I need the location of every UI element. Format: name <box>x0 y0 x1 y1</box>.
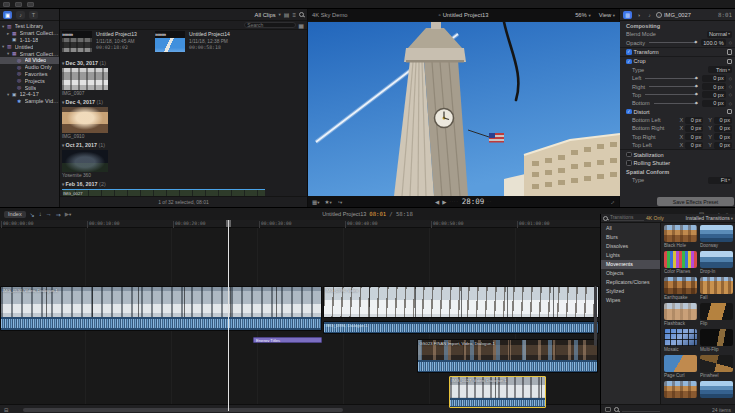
photos-audio-tab-icon[interactable]: ♪ <box>16 11 25 19</box>
transition-thumbnail[interactable] <box>664 303 697 320</box>
filmstrip-view-icon[interactable]: ▤ <box>284 11 290 18</box>
transition-doorway[interactable]: Doorway <box>700 225 733 248</box>
video-inspector-tab-icon[interactable]: ▥ <box>623 11 632 19</box>
transitions-search-icon[interactable] <box>603 216 608 221</box>
transition-thumbnail[interactable] <box>700 381 733 398</box>
overwrite-clip-icon[interactable]: ⇒ <box>56 211 61 218</box>
y-value[interactable]: 0 px <box>714 142 732 149</box>
transition-multi-flip[interactable]: Multi-Flip <box>700 329 733 352</box>
group-header-feb-16-2017[interactable]: ▾ Feb 16, 2017 (2) <box>62 181 106 187</box>
browser-search-input[interactable] <box>244 22 296 29</box>
category-objects[interactable]: Objects <box>601 269 660 278</box>
project-thumbnail[interactable] <box>62 38 92 52</box>
transition-mosaic[interactable]: Mosaic <box>664 329 697 352</box>
param-value[interactable]: 0 px <box>702 75 726 82</box>
inspector-toggle-icon[interactable] <box>27 2 34 7</box>
transitions-4k-filter[interactable]: 4K Only <box>646 215 664 221</box>
insert-clip-icon[interactable]: ↓ <box>39 211 42 217</box>
transition-thumbnail[interactable] <box>700 277 733 294</box>
info-inspector-tab-icon[interactable]: i <box>656 12 662 18</box>
play-backward-icon[interactable]: ◀ <box>435 199 439 205</box>
keyframe-icon[interactable]: ◇ <box>729 84 732 89</box>
transition-thumbnail[interactable] <box>700 329 733 346</box>
distort-checkbox[interactable]: ✓ <box>626 109 632 115</box>
x-value[interactable]: 0 px <box>685 125 703 132</box>
clip-filter-dropdown[interactable]: All Clips <box>255 12 276 18</box>
audio-inspector-tab-icon[interactable]: ♪ <box>645 11 654 19</box>
timeline-vertical-scrollbar[interactable] <box>594 286 597 346</box>
sidebar-item-audio-only[interactable]: ◎Audio Only <box>0 64 59 71</box>
viewer-zoom-dropdown[interactable]: 56% ▾ <box>575 12 591 18</box>
disclosure-icon[interactable]: ▾ <box>62 143 66 148</box>
param-value[interactable]: 0 px <box>702 91 726 98</box>
transition-thumbnail[interactable] <box>664 225 697 242</box>
timeline-clip-img-0996[interactable]: IMG_0996, Video <box>323 286 599 318</box>
category-all[interactable]: All <box>601 224 660 233</box>
param-slider[interactable] <box>645 94 698 95</box>
append-clip-icon[interactable]: → <box>46 211 52 217</box>
transition-pinwheel[interactable]: Pinwheel <box>700 355 733 378</box>
effects-tools-dropdown[interactable]: ★▾ <box>324 199 331 205</box>
search-icon[interactable] <box>299 12 304 17</box>
sidebar-item-sample-videos[interactable]: ✱Sample Videos <box>0 98 59 105</box>
transitions-footer-search-icon[interactable] <box>614 407 619 412</box>
timeline-clip-img-0590[interactable]: IMG_0590, Video, Dialogue-1 <box>0 286 322 331</box>
keyframe-icon[interactable]: ◇ <box>729 76 732 81</box>
blend-mode-dropdown[interactable]: Normal▾ <box>707 31 732 38</box>
disclosure-icon[interactable]: ▾ <box>62 61 66 66</box>
media-sidebar-tab-icon[interactable]: ▣ <box>3 11 12 19</box>
transition-thumbnail[interactable] <box>664 251 697 268</box>
category-replicators-clones[interactable]: Replicators/Clones <box>601 278 660 287</box>
viewer-canvas[interactable] <box>308 22 620 196</box>
x-value[interactable]: 0 px <box>685 133 703 140</box>
browser-toggle-icon[interactable] <box>15 2 22 7</box>
sidebar-item-stills[interactable]: ◎Stills <box>0 84 59 91</box>
filter-date-icon[interactable]: ▦ <box>298 22 304 29</box>
transition-thumbnail[interactable] <box>700 355 733 372</box>
fullscreen-icon[interactable]: ↔ <box>608 197 616 205</box>
installed-transitions-dropdown[interactable]: Installed Transitions▾ <box>686 215 733 221</box>
project-thumbnail[interactable] <box>155 38 185 52</box>
clip-thumbnail-img-0027[interactable]: IMG_0027 <box>62 189 265 196</box>
category-movements[interactable]: Movements <box>601 260 660 269</box>
sidebar-item-12-4-17[interactable]: ▾▣12-4-17 <box>0 91 59 98</box>
transition-thumbnail[interactable] <box>664 329 697 346</box>
sidebar-item-1-11-18[interactable]: ▣1-11-18 <box>0 37 59 44</box>
disclosure-icon[interactable]: ▾ <box>62 100 66 105</box>
transition-thumbnail[interactable] <box>664 355 697 372</box>
crop-checkbox[interactable]: ✓ <box>626 59 632 65</box>
timeline-clip-img-0027[interactable]: IMG_0027, Video, Dialogue-1 <box>449 376 546 408</box>
category-stylized[interactable]: Stylized <box>601 287 660 296</box>
sidebar-item-projects[interactable]: ◎Projects <box>0 77 59 84</box>
transition-fall[interactable]: Fall <box>700 277 733 300</box>
transition-partial[interactable] <box>700 381 733 399</box>
title-clip[interactable]: Energy Titles <box>253 337 322 343</box>
category-blurs[interactable]: Blurs <box>601 233 660 242</box>
timeline-ruler[interactable]: 00:00:00:0000:00:10:0000:00:20:0000:00:3… <box>0 220 600 228</box>
timeline-tracks[interactable]: IMG_0590, Video, Dialogue-1IMG_0996, Vid… <box>0 228 600 411</box>
crop-onscreen-icon[interactable] <box>727 59 733 65</box>
transition-flip[interactable]: Flip <box>700 303 733 326</box>
index-button[interactable]: Index <box>4 211 26 218</box>
param-slider[interactable] <box>654 103 698 104</box>
sidebar-item-test-library[interactable]: ▾▥Test Library <box>0 23 59 30</box>
y-value[interactable]: 0 px <box>714 133 732 140</box>
transition-drop-in[interactable]: Drop-In <box>700 251 733 274</box>
keyframe-icon[interactable]: ◇ <box>729 40 732 45</box>
transition-color-planes[interactable]: Color Planes <box>664 251 697 274</box>
transition-thumbnail[interactable] <box>664 381 697 398</box>
group-header-oct-21-2017[interactable]: ▾ Oct 21, 2017 (1) <box>62 142 105 148</box>
rolling-shutter-checkbox[interactable] <box>626 160 632 166</box>
disclosure-icon[interactable]: ▾ <box>62 182 66 187</box>
color-inspector-tab-icon[interactable]: ◑ <box>634 11 643 19</box>
tools-dropdown[interactable]: ▶▾ <box>65 211 72 217</box>
transitions-search-input[interactable] <box>610 215 644 221</box>
stabilization-checkbox[interactable] <box>626 152 632 158</box>
transition-thumbnail[interactable] <box>664 277 697 294</box>
x-value[interactable]: 0 px <box>685 117 703 124</box>
category-lights[interactable]: Lights <box>601 251 660 260</box>
connect-clip-icon[interactable]: ↘ <box>30 211 35 218</box>
distort-onscreen-icon[interactable] <box>727 109 733 115</box>
transition-page-curl[interactable]: Page Curl <box>664 355 697 378</box>
list-view-icon[interactable]: ≡ <box>292 12 296 18</box>
